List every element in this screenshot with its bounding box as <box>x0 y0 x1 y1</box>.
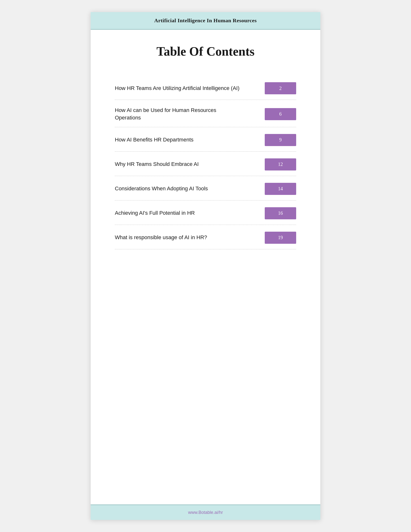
footer-url: www.Botable.ai/hr <box>188 510 223 515</box>
document-page: Artificial Intelligence In Human Resourc… <box>91 12 320 520</box>
toc-page-badge-6: 19 <box>265 232 296 244</box>
toc-page-badge-0: 2 <box>265 82 296 94</box>
header-title: Artificial Intelligence In Human Resourc… <box>154 17 257 23</box>
toc-item-6[interactable]: What is responsible usage of AI in HR? 1… <box>115 225 296 249</box>
toc-item-label-0: How HR Teams Are Utilizing Artificial In… <box>115 85 240 92</box>
toc-page-badge-1: 6 <box>265 108 296 120</box>
toc-item-4[interactable]: Considerations When Adopting AI Tools 14 <box>115 176 296 200</box>
content-area: Table Of Contents How HR Teams Are Utili… <box>91 30 320 504</box>
toc-item-2[interactable]: How AI Benefits HR Departments 9 <box>115 127 296 152</box>
footer-bar: www.Botable.ai/hr <box>91 504 320 520</box>
toc-item-label-5: Achieving AI's Full Potential in HR <box>115 209 195 217</box>
toc-item-0[interactable]: How HR Teams Are Utilizing Artificial In… <box>115 76 296 100</box>
toc-item-label-1: How AI can be Used for Human Resources O… <box>115 107 241 122</box>
toc-page-badge-2: 9 <box>265 134 296 146</box>
toc-item-1[interactable]: How AI can be Used for Human Resources O… <box>115 100 296 127</box>
toc-item-label-6: What is responsible usage of AI in HR? <box>115 234 207 241</box>
toc-item-label-4: Considerations When Adopting AI Tools <box>115 185 208 192</box>
toc-page-badge-3: 12 <box>265 158 296 171</box>
toc-item-label-3: Why HR Teams Should Embrace AI <box>115 161 199 168</box>
toc-item-label-2: How AI Benefits HR Departments <box>115 136 193 144</box>
header-bar: Artificial Intelligence In Human Resourc… <box>91 12 320 30</box>
toc-item-5[interactable]: Achieving AI's Full Potential in HR 16 <box>115 200 296 225</box>
toc-page-badge-4: 14 <box>265 183 296 195</box>
toc-item-3[interactable]: Why HR Teams Should Embrace AI 12 <box>115 152 296 176</box>
toc-list: How HR Teams Are Utilizing Artificial In… <box>115 76 296 249</box>
toc-page-badge-5: 16 <box>265 207 296 219</box>
toc-title: Table Of Contents <box>115 44 296 58</box>
